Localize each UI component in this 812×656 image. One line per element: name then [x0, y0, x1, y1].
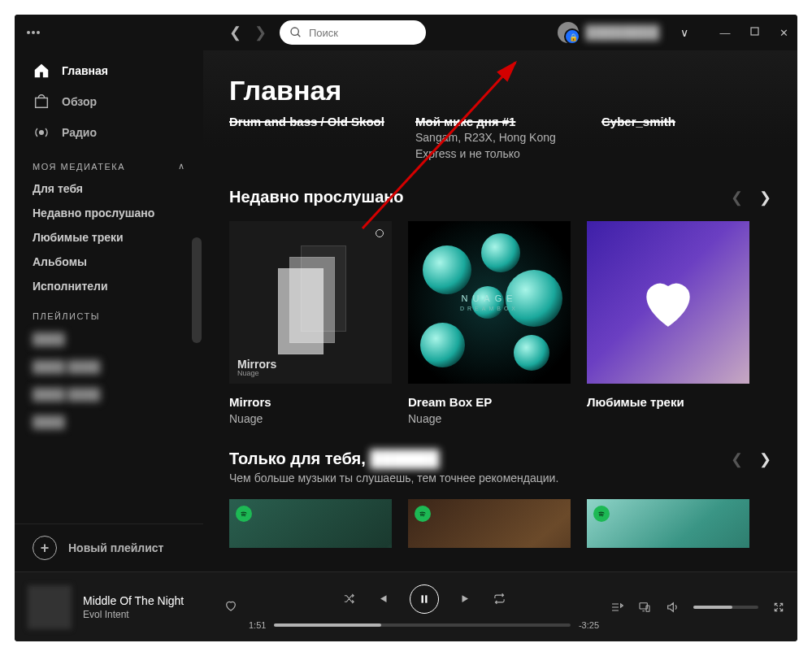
top-row: Drum and bass / Old Skool Мой микс дня #… — [229, 115, 771, 163]
plus-icon: + — [33, 536, 57, 560]
home-icon — [33, 62, 50, 80]
main-content: Главная Drum and bass / Old Skool Мой ми… — [203, 50, 797, 571]
time-elapsed: 1:51 — [249, 620, 266, 630]
mix-card[interactable] — [229, 499, 392, 548]
now-playing-title[interactable]: Middle Of The Night — [83, 594, 205, 607]
browse-icon — [33, 93, 50, 111]
album-title: Любимые треки — [587, 395, 749, 409]
playlist-item[interactable]: ████ — [33, 332, 185, 345]
mix-card[interactable] — [408, 499, 571, 548]
sidebar: Главная Обзор Радио МОЯ МЕДИАТЕКА ∧ Для … — [15, 50, 203, 571]
album-card[interactable]: NUAGEDREAMBOX Dream Box EP Nuage — [408, 221, 571, 425]
card-subtitle: Sangam, R23X, Hong Kong Express и не тол… — [415, 130, 585, 162]
sidebar-item-artists[interactable]: Исполнители — [15, 274, 203, 298]
svg-point-1 — [291, 28, 298, 35]
nav-forward[interactable]: ❯ — [254, 24, 267, 41]
menu-dots[interactable] — [21, 31, 46, 34]
sidebar-item-label: Главная — [62, 64, 108, 77]
carousel-prev[interactable]: ❮ — [731, 450, 743, 468]
sidebar-item-recent[interactable]: Недавно прослушано — [15, 201, 203, 225]
now-playing-artist[interactable]: Evol Intent — [83, 609, 205, 620]
card-title: Мой микс дня #1 — [415, 115, 585, 128]
search-box[interactable] — [280, 20, 426, 45]
sidebar-item-label: Обзор — [62, 95, 97, 108]
queue-button[interactable] — [610, 601, 623, 614]
nav-back[interactable]: ❮ — [229, 24, 241, 41]
svg-rect-8 — [421, 595, 423, 602]
user-name: ████████ — [585, 25, 659, 40]
shuffle-button[interactable] — [343, 593, 355, 605]
avatar: 🔒 — [558, 22, 579, 43]
search-icon — [289, 26, 302, 39]
volume-slider[interactable] — [693, 606, 758, 609]
carousel-prev[interactable]: ❮ — [731, 189, 743, 206]
chevron-up-icon[interactable]: ∧ — [178, 161, 186, 172]
playlist-item[interactable]: ████ ████ — [33, 388, 185, 401]
sidebar-item-label: Радио — [62, 126, 97, 139]
like-button[interactable] — [224, 599, 237, 615]
mix-card[interactable] — [587, 499, 749, 548]
album-card[interactable]: Любимые треки — [587, 221, 749, 425]
playlist-item[interactable]: ████ — [33, 415, 185, 428]
search-input[interactable] — [309, 27, 416, 39]
playlist-item[interactable]: ████ ████ — [33, 360, 185, 373]
window-close[interactable]: ✕ — [778, 27, 789, 39]
card-title: Cyber_smith — [601, 115, 771, 128]
card-title: Drum and bass / Old Skool — [229, 115, 399, 128]
player-bar: Middle Of The Night Evol Intent 1:51 -3:… — [15, 571, 797, 641]
spotify-icon — [415, 506, 431, 522]
section-title-foryou: Только для тебя, ██████ — [229, 450, 558, 468]
window-maximize[interactable] — [749, 27, 760, 39]
svg-point-4 — [40, 131, 44, 135]
top-card[interactable]: Drum and bass / Old Skool — [229, 115, 399, 162]
new-playlist-label: Новый плейлист — [68, 541, 163, 554]
sidebar-item-albums[interactable]: Альбомы — [15, 250, 203, 274]
album-art — [587, 221, 749, 384]
sidebar-header-playlists: ПЛЕЙЛИСТЫ — [15, 298, 203, 326]
fullscreen-button[interactable] — [773, 602, 784, 613]
sidebar-item-home[interactable]: Главная — [15, 55, 203, 86]
album-artist: Nuage — [408, 412, 571, 425]
sidebar-item-liked[interactable]: Любимые треки — [15, 225, 203, 250]
album-card[interactable]: MirrorsNuage Mirrors Nuage — [229, 221, 392, 425]
svg-rect-3 — [751, 28, 758, 35]
section-title-recent: Недавно прослушано — [229, 188, 404, 206]
spotify-icon — [236, 506, 252, 522]
svg-rect-9 — [425, 595, 427, 602]
previous-button[interactable] — [376, 593, 389, 605]
sidebar-header-library: МОЯ МЕДИАТЕКА ∧ — [15, 148, 203, 176]
section-subtitle: Чем больше музыки ты слушаешь, тем точне… — [229, 471, 558, 484]
repeat-button[interactable] — [493, 593, 506, 605]
album-art: MirrorsNuage — [229, 221, 392, 384]
volume-button[interactable] — [666, 601, 679, 614]
spotify-icon — [593, 506, 610, 522]
carousel-next[interactable]: ❯ — [759, 189, 771, 206]
window-minimize[interactable]: — — [719, 27, 731, 39]
now-playing-art[interactable] — [28, 585, 72, 629]
new-playlist-button[interactable]: + Новый плейлист — [15, 523, 203, 571]
album-title: Dream Box EP — [408, 395, 571, 409]
svg-line-2 — [297, 34, 300, 37]
carousel-next[interactable]: ❯ — [759, 450, 771, 468]
next-button[interactable] — [460, 593, 472, 605]
lock-icon: 🔒 — [567, 31, 580, 44]
heart-icon — [636, 270, 701, 335]
radio-icon — [33, 124, 50, 141]
sidebar-item-radio[interactable]: Радио — [15, 117, 203, 148]
page-title: Главная — [229, 50, 771, 121]
pause-button[interactable] — [410, 584, 439, 614]
album-title: Mirrors — [229, 395, 392, 409]
devices-button[interactable] — [638, 601, 651, 614]
album-art: NUAGEDREAMBOX — [408, 221, 571, 384]
top-card[interactable]: Cyber_smith — [601, 115, 771, 162]
sidebar-scrollbar[interactable] — [192, 237, 202, 343]
album-artist: Nuage — [229, 412, 392, 425]
user-menu[interactable]: 🔒 ████████ ∨ — [558, 22, 688, 43]
progress-bar[interactable] — [274, 623, 571, 627]
sidebar-item-for-you[interactable]: Для тебя — [15, 176, 203, 201]
chevron-down-icon: ∨ — [680, 26, 688, 39]
sidebar-item-browse[interactable]: Обзор — [15, 86, 203, 117]
time-remaining: -3:25 — [579, 620, 599, 630]
playlists-list: ████ ████ ████ ████ ████ ████ — [15, 326, 203, 435]
top-card[interactable]: Мой микс дня #1 Sangam, R23X, Hong Kong … — [415, 115, 585, 162]
